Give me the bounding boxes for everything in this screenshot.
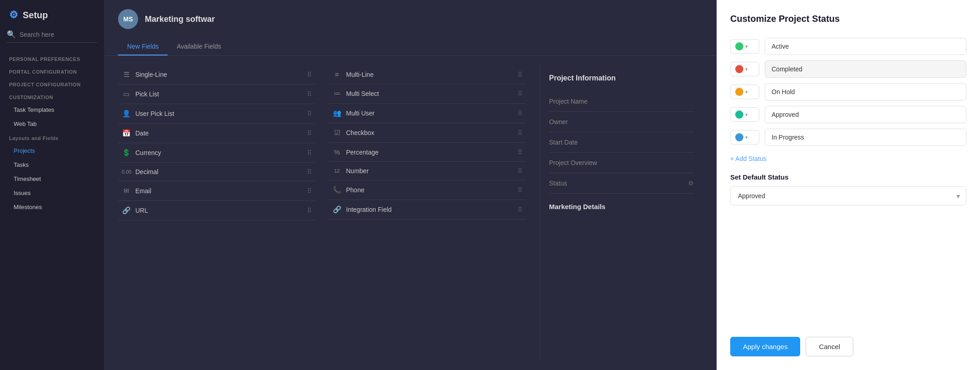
list-item[interactable]: 12Number ⠿ (329, 162, 526, 180)
single-line-icon: ☰ (122, 70, 131, 79)
status-input-approved[interactable] (765, 106, 966, 123)
avatar: MS (118, 9, 138, 29)
status-item-in-progress: ▾ (730, 129, 966, 146)
color-dot-active (735, 42, 743, 50)
apply-changes-button[interactable]: Apply changes (730, 337, 800, 356)
drag-icon: ⠿ (518, 110, 522, 117)
status-input-in-progress[interactable] (765, 129, 966, 146)
drag-icon: ⠿ (307, 110, 312, 117)
pick-list-icon: ▭ (122, 90, 131, 98)
tab-new-fields[interactable]: New Fields (118, 38, 168, 55)
sidebar-item-projects[interactable]: Projects (0, 144, 104, 158)
list-item[interactable]: ☰Single-Line ⠿ (118, 65, 315, 85)
email-icon: ✉ (122, 187, 131, 195)
field-label: Percentage (346, 149, 379, 156)
section-portal: PORTAL CONFIGURATION (0, 65, 104, 77)
list-item[interactable]: ≡Multi-Line ⠿ (329, 65, 526, 84)
color-picker-on-hold[interactable]: ▾ (730, 85, 759, 99)
list-item[interactable]: 0.00Decimal ⠿ (118, 163, 315, 181)
status-item-approved: ▾ (730, 106, 966, 123)
gear-icon: ⚙ (9, 9, 18, 21)
drag-icon: ⠿ (307, 90, 312, 98)
checkbox-icon: ☑ (332, 129, 342, 137)
field-label: Multi Select (346, 90, 379, 97)
chevron-down-icon: ▾ (745, 44, 748, 50)
color-picker-in-progress[interactable]: ▾ (730, 130, 759, 145)
field-label: User Pick List (135, 110, 174, 117)
field-label: Pick List (135, 90, 159, 98)
status-item-completed: ▾ (730, 60, 966, 78)
sidebar-item-timesheet[interactable]: Timesheet (0, 172, 104, 186)
drag-icon: ⠿ (307, 149, 312, 156)
status-item-active: ▾ (730, 38, 966, 55)
list-item[interactable]: ✉Email ⠿ (118, 181, 315, 201)
drag-icon: ⠿ (518, 129, 522, 136)
color-picker-completed[interactable]: ▾ (730, 62, 759, 76)
fields-right-column: ≡Multi-Line ⠿ ≔Multi Select ⠿ 👥Multi Use… (329, 65, 526, 361)
url-icon: 🔗 (122, 206, 131, 215)
sidebar-item-issues[interactable]: Issues (0, 186, 104, 200)
drag-icon: ⠿ (518, 186, 522, 194)
list-item[interactable]: 💲Currency ⠿ (118, 143, 315, 163)
default-status-select-wrapper: Active Completed On Hold Approved In Pro… (730, 186, 966, 205)
sidebar-header: ⚙ Setup (0, 9, 104, 30)
fields-left-column: ☰Single-Line ⠿ ▭Pick List ⠿ 👤User Pick L… (118, 65, 315, 361)
sidebar-item-milestones[interactable]: Milestones (0, 200, 104, 214)
project-field-name: Project Name (549, 91, 694, 112)
project-info-title: Project Information (549, 74, 694, 82)
sidebar-item-task-templates[interactable]: Task Templates (0, 103, 104, 117)
status-input-completed[interactable] (765, 60, 966, 78)
color-dot-approved (735, 110, 743, 119)
status-input-on-hold[interactable] (765, 83, 966, 100)
color-picker-approved[interactable]: ▾ (730, 107, 759, 122)
field-label: URL (135, 207, 148, 214)
list-item[interactable]: ≔Multi Select ⠿ (329, 84, 526, 104)
decimal-icon: 0.00 (122, 169, 131, 175)
list-item[interactable]: ▭Pick List ⠿ (118, 85, 315, 104)
search-icon: 🔍 (7, 30, 16, 39)
sidebar-search[interactable]: 🔍 (7, 30, 97, 43)
drag-icon: ⠿ (307, 207, 312, 214)
field-label: Phone (346, 186, 364, 194)
tabs: New Fields Available Fields (104, 38, 717, 56)
integration-field-icon: 🔗 (332, 205, 342, 214)
sidebar-title: Setup (23, 10, 48, 20)
marketing-details-title: Marketing Details (549, 194, 694, 210)
field-label: Currency (135, 149, 161, 156)
list-item[interactable]: 👥Multi User ⠿ (329, 104, 526, 123)
status-input-active[interactable] (765, 38, 966, 55)
chevron-down-icon: ▾ (745, 89, 748, 95)
color-dot-completed (735, 65, 743, 73)
section-personal: PERSONAL PREFERENCES (0, 52, 104, 65)
field-label: Multi-Line (346, 71, 374, 78)
list-item[interactable]: 📅Date ⠿ (118, 124, 315, 143)
list-item[interactable]: %Percentage ⠿ (329, 143, 526, 162)
project-field-status[interactable]: Status ⚙ (549, 173, 694, 194)
top-bar: MS Marketing softwar (104, 0, 717, 38)
field-label: Multi User (346, 110, 375, 117)
list-item[interactable]: 🔗Integration Field ⠿ (329, 200, 526, 220)
sidebar-item-tasks[interactable]: Tasks (0, 158, 104, 172)
field-label: Single-Line (135, 71, 167, 78)
list-item[interactable]: 👤User Pick List ⠿ (118, 104, 315, 124)
sidebar-item-web-tab[interactable]: Web Tab (0, 117, 104, 131)
list-item[interactable]: ☑Checkbox ⠿ (329, 123, 526, 143)
list-item[interactable]: 🔗URL ⠿ (118, 201, 315, 220)
add-status-button[interactable]: + Add Status (730, 155, 966, 162)
drag-icon: ⠿ (307, 130, 312, 137)
field-label: Integration Field (346, 206, 391, 213)
chevron-down-icon: ▾ (745, 112, 748, 118)
number-icon: 12 (332, 168, 342, 174)
date-icon: 📅 (122, 129, 131, 137)
tab-available-fields[interactable]: Available Fields (168, 38, 230, 55)
chevron-down-icon: ▾ (745, 135, 748, 140)
cancel-button[interactable]: Cancel (806, 337, 853, 356)
status-gear-icon[interactable]: ⚙ (688, 180, 694, 187)
search-input[interactable] (20, 31, 97, 38)
phone-icon: 📞 (332, 186, 342, 194)
default-status-select[interactable]: Active Completed On Hold Approved In Pro… (730, 186, 966, 205)
percentage-icon: % (332, 148, 342, 156)
color-dot-on-hold (735, 88, 743, 96)
list-item[interactable]: 📞Phone ⠿ (329, 180, 526, 200)
color-picker-active[interactable]: ▾ (730, 39, 759, 54)
